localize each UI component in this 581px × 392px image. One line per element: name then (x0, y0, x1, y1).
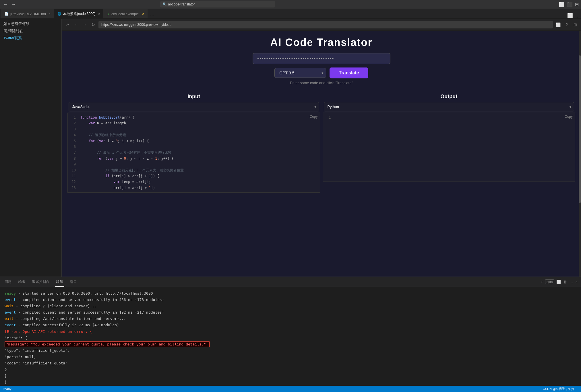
sidebar-item-1: 如果您有任何疑 (3, 21, 58, 27)
model-select[interactable]: GPT-3.5 GPT-4 Claude (274, 68, 326, 78)
layout-icon-1[interactable]: ⬜ (559, 2, 565, 7)
tab-env-label: .env.local.example (111, 12, 139, 16)
output-code-content[interactable] (333, 113, 575, 122)
terminal-tab-terminal[interactable]: 终端 (55, 277, 64, 287)
terminal-content: ready - started server on 0.0.0.0:3000, … (0, 287, 581, 386)
api-key-input[interactable] (253, 53, 390, 64)
terminal-more-btn[interactable]: … (569, 280, 573, 284)
hint-text: Enter some code and click "Translate" (62, 81, 581, 85)
browser-help-btn[interactable]: ? (563, 21, 570, 28)
terminal-tab-problems[interactable]: 问题 (3, 277, 13, 287)
tab-preview-label: 本地预览(node:3000) (63, 11, 96, 16)
input-label: Input (67, 94, 320, 100)
input-line-numbers: 12345678910111213 (68, 113, 78, 192)
tab-readme[interactable]: 📄 [Preview] README.md × (1, 9, 54, 18)
tab-more[interactable]: … (148, 9, 157, 18)
tab-env[interactable]: $ .env.local.example M (103, 9, 148, 18)
log-ready-text: - started server on 0.0.0.0:3000, url: h… (18, 291, 153, 296)
scrollbar-thumb[interactable] (579, 55, 581, 203)
log-event3-prefix: event (5, 323, 16, 327)
browser-content: AI Code Translator GPT-3.5 GPT-4 Claude (62, 31, 581, 277)
output-lang-select[interactable]: Python JavaScript TypeScript (324, 102, 574, 111)
browser-menu-btn[interactable]: ⊞ (572, 21, 579, 28)
tab-readme-close[interactable]: × (49, 12, 51, 16)
tab-preview-close[interactable]: × (98, 12, 100, 16)
terminal-log-error-detail1: "error": { (5, 335, 576, 341)
terminal-log-close1: } (5, 366, 576, 373)
log-error-param: "param": null, (5, 355, 36, 359)
sidebar-link-twitter[interactable]: Twitter联系 (3, 36, 22, 40)
log-event2-prefix: event (5, 310, 16, 314)
terminal-split-btn[interactable]: ⬜ (556, 280, 561, 284)
status-ready: ready (3, 387, 11, 391)
terminal-tab-ports-label: 端口 (70, 279, 77, 284)
terminal-npm-label: npm (545, 279, 554, 284)
nav-forward-btn[interactable]: → (10, 1, 17, 8)
output-editor-panel: Output Python JavaScript TypeScript (323, 91, 576, 193)
terminal-log-event3: event - compiled successfully in 72 ms (… (5, 322, 576, 328)
app-title: AI Code Translator (62, 36, 581, 49)
sidebar-item-3[interactable]: Twitter联系 (3, 35, 58, 41)
layout-icon-2[interactable]: ⬛ (567, 2, 573, 7)
terminal-tab-debug-label: 调试控制台 (32, 279, 49, 284)
title-bar-search[interactable]: 🔍 ai-code-translator (160, 1, 275, 7)
app-header: AI Code Translator (62, 31, 581, 53)
terminal-add-btn[interactable]: + (541, 280, 543, 284)
input-code-content[interactable]: function bubbleSort(arr) { var n = arr.l… (78, 113, 320, 192)
main-area: 如果您有任何疑 问,请随时在 Twitter联系 ↗ ← → ↻ ⬜ ? ⊞ A… (0, 19, 581, 277)
tab-right-controls: ⬜ … (567, 13, 580, 18)
terminal-tab-ports[interactable]: 端口 (69, 277, 78, 287)
split-editor-icon[interactable]: ⬜ (567, 13, 573, 18)
output-label: Output (323, 94, 576, 100)
sidebar-text-2: 问,请随时在 (3, 29, 23, 33)
status-csdn: CSDN @p-明天，你好！ (543, 387, 578, 391)
browser-external-icon[interactable]: ↗ (64, 21, 71, 28)
output-code-lines: 1 (323, 113, 575, 122)
readme-icon: 📄 (5, 12, 9, 16)
terminal-tab-output[interactable]: 输出 (17, 277, 26, 287)
tab-options-icon[interactable]: … (575, 13, 580, 18)
terminal-log-event2: event - compiled client and server succe… (5, 309, 576, 316)
app-container: AI Code Translator GPT-3.5 GPT-4 Claude (62, 31, 581, 277)
log-event1-text: - compiled client and server successfull… (18, 298, 164, 302)
browser-scrollbar[interactable] (579, 31, 581, 277)
input-lang-select[interactable]: JavaScript Python TypeScript (69, 102, 319, 111)
browser-forward-btn[interactable]: → (81, 21, 88, 28)
tab-env-badge: M (142, 12, 144, 16)
browser-refresh-btn[interactable]: ↻ (90, 21, 97, 28)
nav-back-btn[interactable]: ← (2, 1, 9, 8)
terminal-log-ready: ready - started server on 0.0.0.0:3000, … (5, 290, 576, 297)
terminal-tab-terminal-label: 终端 (56, 279, 63, 284)
sidebar-text-1: 如果您有任何疑 (3, 22, 30, 26)
sidebar-item-2: 问,请随时在 (3, 28, 58, 34)
sidebar: 如果您有任何疑 问,请随时在 Twitter联系 (0, 19, 62, 277)
browser-back-btn[interactable]: ← (73, 21, 80, 28)
input-lang-select-wrapper: JavaScript Python TypeScript (69, 102, 319, 111)
tab-readme-label: [Preview] README.md (10, 12, 46, 16)
input-code-editor: Copy 12345678910111213 function bubbleSo… (67, 113, 320, 193)
log-error-type: "type": "insufficient_quota", (5, 348, 70, 353)
search-icon: 🔍 (162, 2, 167, 6)
terminal-log-error-code: "code": "insufficient_quota" (5, 360, 576, 366)
terminal-tab-debug[interactable]: 调试控制台 (31, 277, 51, 287)
terminal-delete-btn[interactable]: 🗑 (563, 280, 567, 284)
browser-bar: ↗ ← → ↻ ⬜ ? ⊞ (62, 19, 581, 31)
input-copy-button[interactable]: Copy (309, 115, 317, 119)
url-bar[interactable] (98, 21, 553, 28)
search-text: ai-code-translator (168, 2, 195, 6)
log-event2-text: - compiled client and server successfull… (18, 310, 164, 314)
input-lang-row: JavaScript Python TypeScript (67, 102, 320, 113)
terminal-log-error-header: [Error: OpenAI API returned an error: { (5, 329, 576, 335)
layout-icon-3[interactable]: ⊞ (575, 2, 579, 7)
log-wait1-text: - compiling / (client and server)... (16, 304, 97, 308)
tab-local-preview[interactable]: 🌐 本地预览(node:3000) × (54, 9, 104, 18)
translate-button[interactable]: Translate (330, 67, 368, 78)
browser-split-btn[interactable]: ⬜ (555, 21, 561, 28)
log-error-highlight-text: "message": "You exceeded your current qu… (5, 341, 210, 347)
terminal-close-btn[interactable]: × (575, 280, 578, 284)
terminal-log-wait2: wait - compiling /api/translate (client … (5, 316, 576, 322)
terminal-log-close3: } (5, 379, 576, 385)
model-select-wrapper: GPT-3.5 GPT-4 Claude (274, 68, 326, 78)
title-bar-nav: ← → (2, 1, 17, 8)
output-copy-button[interactable]: Copy (565, 115, 573, 119)
